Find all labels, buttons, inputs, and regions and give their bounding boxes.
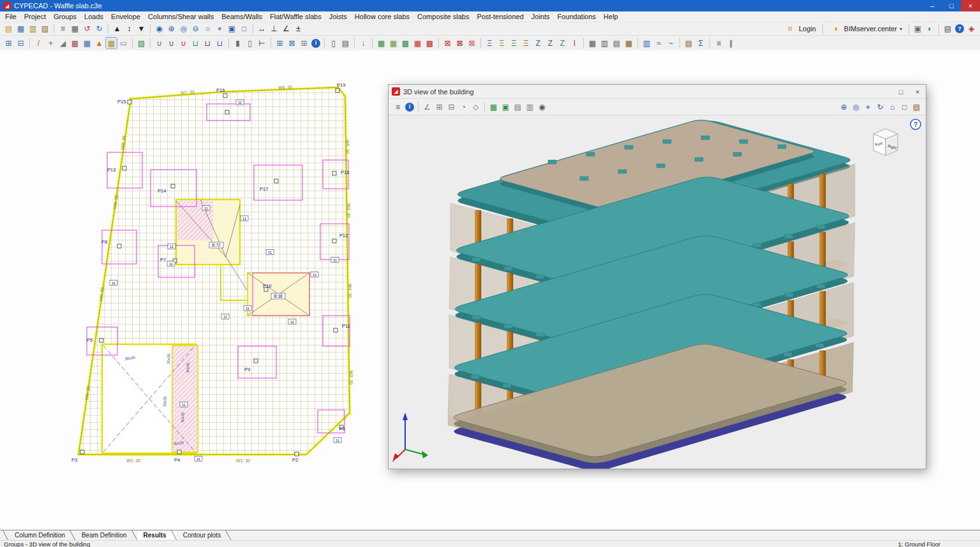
materials-icon[interactable]: ▩ bbox=[70, 38, 80, 48]
menu-item[interactable]: Composite slabs bbox=[413, 12, 473, 21]
drawing-area[interactable]: 111111111111111111111111111111 P1P2P3P4P… bbox=[0, 50, 980, 530]
rein-transverse-icon[interactable]: Ξ bbox=[496, 38, 507, 48]
panel-insert-icon[interactable]: ▦ bbox=[376, 38, 387, 48]
panel-cancel-icon[interactable]: ▩ bbox=[424, 38, 435, 48]
textures-icon[interactable]: ▦ bbox=[488, 101, 499, 112]
orbit-icon[interactable]: ↻ bbox=[875, 101, 886, 112]
deformed-icon[interactable]: ~ bbox=[665, 38, 676, 48]
quantities-table-icon[interactable]: ▦ bbox=[587, 38, 598, 48]
rein-check-icon[interactable]: Ι bbox=[569, 38, 580, 48]
menu-item[interactable]: Hollow core slabs bbox=[351, 12, 413, 21]
orbit-view-icon[interactable]: ◔ bbox=[458, 101, 469, 112]
maximize-button[interactable]: □ bbox=[893, 85, 909, 98]
view-top-icon[interactable]: ⊟ bbox=[446, 101, 457, 112]
pan-icon[interactable]: ⌖ bbox=[863, 101, 873, 112]
group-up-icon[interactable]: ▲ bbox=[112, 24, 122, 34]
rein-longitudinal-icon[interactable]: Ξ bbox=[484, 38, 495, 48]
login-button[interactable]: ¤ Login bbox=[780, 24, 820, 34]
measure-angle-icon[interactable]: ∠ bbox=[281, 24, 292, 34]
measure-length-icon[interactable]: ↔ bbox=[256, 24, 267, 34]
printer-icon[interactable]: ▤ bbox=[942, 24, 953, 34]
group-list-icon[interactable]: ↕ bbox=[124, 24, 135, 34]
zoom-window-icon[interactable]: ⊕ bbox=[166, 24, 177, 34]
menu-item[interactable]: Beams/Walls bbox=[218, 12, 266, 21]
elements-icon[interactable]: ▤ bbox=[512, 101, 523, 112]
building-3d-render[interactable]: front Right ? bbox=[389, 115, 926, 469]
beam-divide-icon[interactable]: ⊔ bbox=[190, 38, 201, 48]
beam-join-icon[interactable]: ⊔ bbox=[202, 38, 213, 48]
results-table-icon[interactable]: ▤ bbox=[611, 38, 622, 48]
zoom-previous-icon[interactable]: ○ bbox=[202, 24, 213, 34]
windows-icon[interactable]: ⊟ bbox=[15, 38, 26, 48]
rein-copy-icon[interactable]: Ζ bbox=[545, 38, 556, 48]
help-icon[interactable]: ? bbox=[955, 24, 964, 33]
rein-edit-icon[interactable]: Ζ bbox=[533, 38, 544, 48]
menu-item[interactable]: Project bbox=[20, 12, 50, 21]
job-data-icon[interactable]: ⊞ bbox=[3, 38, 14, 48]
beam-icon[interactable]: ▭ bbox=[118, 38, 129, 48]
bim-sync-icon[interactable]: ◐ bbox=[924, 24, 935, 34]
navigation-cube[interactable]: front Right bbox=[873, 129, 898, 156]
loads-icon[interactable]: ↓ bbox=[358, 38, 369, 48]
bimserver-button[interactable]: ◑ BIMserver.center ▾ bbox=[826, 24, 906, 34]
view-frame-icon[interactable]: ⊞ bbox=[274, 38, 285, 48]
menu-item[interactable]: Columns/Shear walls bbox=[144, 12, 218, 21]
beam-insert-icon[interactable]: ∪ bbox=[154, 38, 165, 48]
menu-item[interactable]: Loads bbox=[80, 12, 107, 21]
close-button[interactable]: × bbox=[909, 85, 926, 98]
full-screen-icon[interactable]: □ bbox=[239, 24, 249, 34]
report-book-icon[interactable]: ▤ bbox=[683, 38, 694, 48]
minimize-button[interactable]: – bbox=[923, 0, 942, 11]
measure-icon[interactable]: ∠ bbox=[422, 101, 433, 112]
layers2-icon[interactable]: ≡ bbox=[713, 38, 724, 48]
paint-icon[interactable]: ▧ bbox=[136, 38, 147, 48]
menu-item[interactable]: Flat/Waffle slabs bbox=[266, 12, 325, 21]
update-icon[interactable]: ◈ bbox=[966, 24, 977, 34]
print-view-icon[interactable]: ▤ bbox=[911, 101, 922, 112]
fire-resistance-icon[interactable]: ▲ bbox=[94, 38, 105, 48]
open-file-icon[interactable]: ▤ bbox=[3, 24, 14, 34]
edit-icon[interactable]: / bbox=[33, 38, 44, 48]
home-view-icon[interactable]: ⌂ bbox=[887, 101, 898, 112]
wall-edit-icon[interactable]: ▯ bbox=[244, 38, 255, 48]
3d-canvas[interactable]: front Right ? bbox=[389, 115, 926, 469]
dimension-icon[interactable]: ⊢ bbox=[256, 38, 267, 48]
menu-item[interactable]: Groups bbox=[50, 12, 80, 21]
surface-table-icon[interactable]: ▥ bbox=[599, 38, 610, 48]
menu-item[interactable]: Foundations bbox=[554, 12, 600, 21]
search-icon[interactable]: ◉ bbox=[154, 24, 165, 34]
view-tab[interactable]: Contour plots bbox=[177, 530, 231, 540]
reference-icon[interactable]: + bbox=[45, 38, 56, 48]
save-view-icon[interactable]: ▦ bbox=[82, 38, 93, 48]
beam-edit-icon[interactable]: ∪ bbox=[166, 38, 177, 48]
menu-item[interactable]: Post-tensioned bbox=[473, 12, 527, 21]
wall-insert-icon[interactable]: ▮ bbox=[232, 38, 243, 48]
drawings-icon[interactable]: ▦ bbox=[70, 24, 80, 34]
save-icon[interactable]: ▦ bbox=[15, 24, 26, 34]
visibility-icon[interactable]: ◉ bbox=[537, 101, 547, 112]
info-icon[interactable]: i bbox=[405, 103, 414, 112]
calculation-icon[interactable]: Σ bbox=[695, 38, 706, 48]
view-grid-icon[interactable]: ⊞ bbox=[299, 38, 309, 48]
contour-icon[interactable]: ≈ bbox=[653, 38, 664, 48]
view-front-icon[interactable]: ⊞ bbox=[434, 101, 445, 112]
divide-icon[interactable]: ◢ bbox=[57, 38, 68, 48]
menu-item[interactable]: File bbox=[1, 12, 20, 21]
zoom-all-icon[interactable]: ◎ bbox=[850, 101, 861, 112]
fullscreen-icon[interactable]: □ bbox=[899, 101, 910, 112]
views-icon[interactable]: ▥ bbox=[641, 38, 652, 48]
info-icon[interactable]: i bbox=[311, 39, 320, 48]
measure-coords-icon[interactable]: ± bbox=[293, 24, 304, 34]
perspective-icon[interactable]: ◇ bbox=[470, 101, 481, 112]
view-zone-icon[interactable]: ⊠ bbox=[286, 38, 297, 48]
rein-base-icon[interactable]: Ξ bbox=[509, 38, 519, 48]
menu-item[interactable]: Joints bbox=[528, 12, 554, 21]
column-data-icon[interactable]: ▤ bbox=[340, 38, 351, 48]
beam-info-icon[interactable]: ⊔ bbox=[214, 38, 225, 48]
view-tab[interactable]: Column Definition bbox=[8, 530, 75, 540]
pan-icon[interactable]: ⌖ bbox=[214, 24, 225, 34]
panel-match-icon[interactable]: ▩ bbox=[400, 38, 411, 48]
view-tab[interactable]: Beam Definition bbox=[75, 530, 137, 540]
maximize-button[interactable]: □ bbox=[942, 0, 961, 11]
menu-item[interactable]: Joists bbox=[325, 12, 351, 21]
